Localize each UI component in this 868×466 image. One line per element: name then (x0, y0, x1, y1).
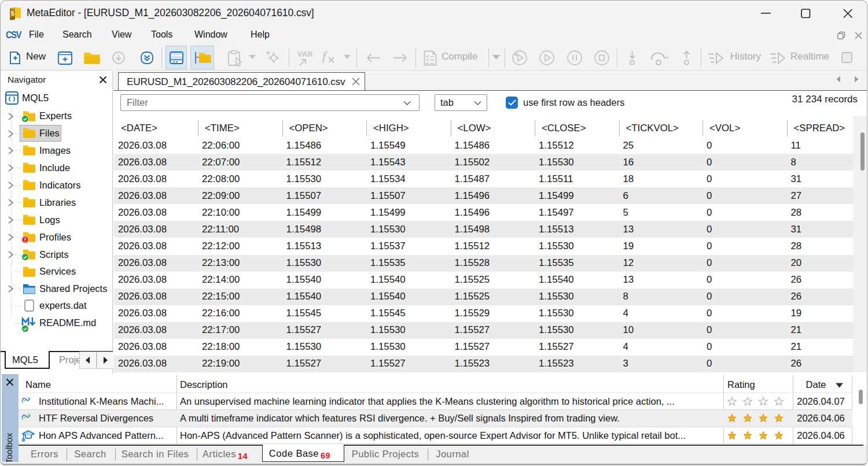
svg-text:5: 5 (11, 10, 14, 17)
